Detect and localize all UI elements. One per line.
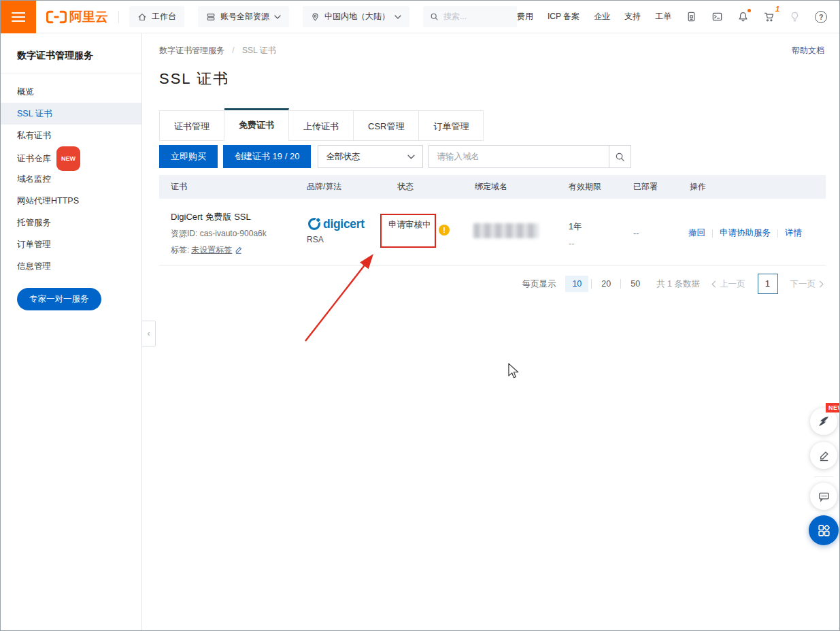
tab-cert-management[interactable]: 证书管理 [159, 110, 224, 141]
notification-dot [747, 9, 751, 12]
current-page-button[interactable]: 1 [758, 274, 778, 294]
workbench-label: 工作台 [152, 11, 176, 22]
account-scope-dropdown[interactable]: 账号全部资源 [198, 6, 289, 27]
sidebar-item-domain-monitor[interactable]: 域名监控 [1, 168, 141, 190]
pencil-icon[interactable] [234, 246, 243, 255]
tab-free-cert[interactable]: 免费证书 [224, 108, 289, 141]
tab-upload-cert[interactable]: 上传证书 [289, 110, 354, 141]
warning-icon[interactable]: ! [439, 225, 450, 236]
sidebar-item-label: 证书仓库 [17, 154, 51, 163]
status-filter-select[interactable]: 全部状态 [318, 145, 423, 168]
nav-link-enterprise[interactable]: 企业 [594, 11, 610, 22]
tag-label: 标签: [171, 244, 189, 256]
nav-link-billing[interactable]: 费用 [517, 11, 533, 22]
feedback-float-button[interactable] [810, 483, 837, 510]
domain-search-button[interactable] [609, 145, 631, 168]
sidebar-title: 数字证书管理服务 [1, 33, 141, 74]
page-size-20[interactable]: 20 [594, 276, 618, 292]
main-content: 数字证书管理服务 / SSL 证书 帮助文档 SSL 证书 证书管理 免费证书 … [142, 33, 839, 630]
next-page-button[interactable]: 下一页 [790, 278, 825, 290]
aliyun-logo-icon [46, 10, 67, 24]
region-label: 中国内地（大陆） [324, 11, 390, 22]
cert-tag: 标签:未设置标签 [171, 244, 267, 256]
expert-service-button[interactable]: 专家一对一服务 [17, 288, 101, 310]
page-title: SSL 证书 [159, 69, 229, 89]
cart-button[interactable]: 1 [763, 11, 775, 22]
bell-icon [737, 11, 749, 22]
hamburger-menu-button[interactable] [1, 1, 36, 33]
page-size-50[interactable]: 50 [624, 276, 647, 292]
aliyun-logo-text: 阿里云 [69, 8, 108, 26]
hamburger-icon [12, 12, 25, 14]
survey-float-button[interactable] [810, 442, 837, 469]
region-dropdown[interactable]: 中国内地（大陆） [303, 6, 409, 27]
prev-page-button[interactable]: 上一页 [711, 278, 745, 290]
notifications-button[interactable] [737, 11, 749, 22]
breadcrumb: 数字证书管理服务 / SSL 证书 帮助文档 [159, 45, 824, 56]
status-text: 申请审核中 [388, 218, 432, 231]
sidebar-item-info-management[interactable]: 信息管理 [1, 255, 141, 277]
help-doc-link[interactable]: 帮助文档 [792, 45, 824, 56]
sidebar-item-order-management[interactable]: 订单管理 [1, 233, 141, 255]
pagination-separator [620, 279, 621, 289]
breadcrumb-root[interactable]: 数字证书管理服务 [159, 46, 224, 55]
mobile-app-button[interactable] [686, 11, 697, 22]
help-button[interactable]: ? [815, 11, 827, 23]
global-search-input[interactable]: 搜索... [423, 6, 517, 27]
col-validity: 有效期限 [569, 175, 601, 199]
validity-note: -- [569, 239, 582, 248]
new-badge: NEW [56, 146, 80, 171]
action-separator [712, 229, 713, 238]
buy-now-button[interactable]: 立即购买 [159, 145, 218, 168]
domain-search-input[interactable] [429, 145, 609, 168]
account-scope-label: 账号全部资源 [220, 11, 269, 22]
col-brand: 品牌/算法 [307, 175, 341, 199]
validity-cell: 1年 -- [569, 221, 582, 248]
tips-button[interactable] [789, 11, 801, 22]
create-cert-button[interactable]: 创建证书 19 / 20 [223, 145, 311, 168]
cloudshell-button[interactable] [711, 11, 723, 22]
chevron-right-icon [819, 280, 824, 288]
sidebar-item-https-proxy[interactable]: 网站代理HTTPS [1, 190, 141, 212]
total-count: 共 1 条数据 [656, 278, 700, 290]
cert-resource-id: 资源ID: cas-ivauto-900a6k [171, 228, 267, 240]
nav-link-icp[interactable]: ICP 备案 [548, 11, 579, 22]
nav-link-ticket[interactable]: 工单 [655, 11, 671, 22]
sidebar-item-hosting[interactable]: 托管服务 [1, 212, 141, 233]
brand-cell: digicert RSA [307, 216, 365, 244]
tab-csr-management[interactable]: CSR管理 [354, 110, 419, 141]
chevron-down-icon [407, 155, 415, 159]
sidebar-item-cert-repo[interactable]: 证书仓库NEW [1, 146, 141, 168]
per-page-label: 每页显示 [522, 278, 556, 290]
toolbar: 立即购买 创建证书 19 / 20 全部状态 [159, 145, 631, 168]
pagination: 每页显示 10 20 50 共 1 条数据 上一页 1 下一页 [522, 273, 824, 295]
nav-right-group: 费用 ICP 备案 企业 支持 工单 1 ? [517, 11, 840, 23]
table-header: 证书 品牌/算法 状态 绑定域名 有效期限 已部署 操作 [159, 175, 826, 199]
tag-value-link[interactable]: 未设置标签 [191, 244, 232, 256]
deployed-cell: -- [633, 229, 639, 238]
withdraw-link[interactable]: 撤回 [688, 227, 705, 239]
next-page-label: 下一页 [790, 278, 816, 290]
detail-link[interactable]: 详情 [785, 227, 802, 239]
apps-grid-icon [817, 523, 831, 538]
validity-value: 1年 [569, 221, 582, 233]
domain-search [429, 145, 631, 168]
terminal-icon [711, 11, 723, 22]
home-icon [137, 12, 147, 22]
sidebar-item-ssl-cert[interactable]: SSL 证书 [1, 103, 141, 125]
actions-cell: 撤回 申请协助服务 详情 [688, 227, 802, 239]
workbench-button[interactable]: 工作台 [129, 6, 184, 27]
nav-link-support[interactable]: 支持 [624, 11, 641, 22]
col-actions: 操作 [690, 175, 706, 199]
sidebar-item-private-cert[interactable]: 私有证书 [1, 125, 141, 146]
cert-name: DigiCert 免费版 SSL [171, 211, 267, 223]
page-size-10[interactable]: 10 [565, 276, 588, 292]
tab-order-management[interactable]: 订单管理 [419, 110, 484, 141]
col-status: 状态 [397, 175, 414, 199]
aliyun-logo[interactable]: 阿里云 [46, 8, 108, 26]
collapse-sidebar-handle[interactable]: ‹ [141, 321, 156, 346]
apps-float-button[interactable] [809, 515, 839, 545]
sidebar-item-overview[interactable]: 概览 [1, 81, 141, 103]
assist-service-link[interactable]: 申请协助服务 [720, 227, 771, 239]
location-icon [311, 12, 320, 22]
